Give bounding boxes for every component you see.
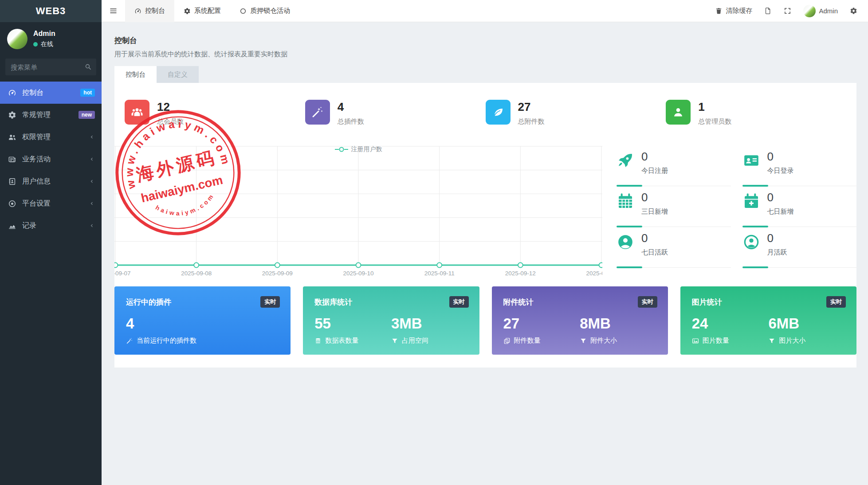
id-card-icon — [742, 152, 760, 169]
svg-text:2025-09-13: 2025-09-13 — [586, 270, 602, 277]
avatar[interactable] — [7, 29, 27, 49]
stat-value: 4 — [338, 101, 364, 113]
metric-label: 图片大小 — [779, 336, 805, 345]
metric-label: 附件大小 — [590, 336, 617, 345]
metric-value: 3MB — [391, 316, 468, 331]
stats-row: 12 总会员数 4 总插件数 27 — [114, 83, 856, 126]
realtime-badge: 实时 — [638, 296, 657, 308]
card-database-stats: 数据库统计 实时 55 数据表数量 3MB — [303, 286, 479, 355]
sidebar-item-label: 记录 — [22, 221, 36, 231]
cogs-icon — [8, 111, 16, 119]
tab-custom[interactable]: 自定义 — [157, 66, 199, 83]
magic-wand-icon — [305, 100, 330, 125]
card-title: 图片统计 — [692, 297, 845, 307]
stat-total-attachments: 27 总附件数 — [486, 100, 666, 126]
metric-label: 当前运行中的插件数 — [137, 336, 196, 345]
chevron-left-icon — [89, 223, 95, 229]
chevron-left-icon — [89, 178, 95, 184]
sidebar-item-business[interactable]: 业务活动 — [0, 148, 102, 170]
stat-total-admins: 1 总管理员数 — [666, 100, 846, 126]
database-icon — [314, 337, 322, 344]
card-running-plugins: 运行中的插件 实时 4 当前运行中的插件数 — [114, 286, 291, 355]
settings-button[interactable] — [850, 7, 857, 15]
sidebar-menu: 控制台 hot 常规管理 new 权限管理 业务活动 用户信息 — [0, 82, 102, 237]
stat-value: 12 — [157, 101, 184, 113]
card-metric: 24 图片数量 — [692, 316, 769, 345]
card-metric: 27 附件数量 — [503, 316, 580, 345]
registered-users-chart[interactable]: 注册用户数 2025-09-072025-09-082025-09-092025… — [114, 145, 602, 278]
card-title: 运行中的插件 — [126, 297, 279, 307]
fullscreen-button[interactable] — [784, 7, 791, 15]
card-metric: 8MB 附件大小 — [580, 316, 656, 345]
metric-value: 27 — [503, 316, 580, 331]
svg-text:2025-09-07: 2025-09-07 — [114, 270, 131, 277]
mini-stat-value: 0 — [767, 151, 794, 162]
search-icon — [84, 63, 92, 70]
mini-stat-label: 三日新增 — [641, 207, 668, 216]
svg-text:2025-09-08: 2025-09-08 — [181, 270, 212, 277]
mini-stat-label: 七日活跃 — [641, 248, 668, 257]
svg-text:2025-09-11: 2025-09-11 — [424, 270, 455, 277]
dashboard-icon — [134, 8, 141, 15]
chevron-left-icon — [89, 134, 95, 140]
metric-value: 6MB — [768, 316, 845, 331]
mini-stat-value: 0 — [641, 151, 668, 162]
mini-stat-value: 0 — [641, 232, 668, 244]
magic-wand-icon — [126, 337, 133, 344]
sidebar-item-general[interactable]: 常规管理 new — [0, 104, 102, 126]
sidebar-item-dashboard[interactable]: 控制台 hot — [0, 82, 102, 104]
user-menu[interactable]: Admin — [803, 5, 838, 17]
calendar-plus-icon — [742, 192, 760, 210]
topbar: 控制台 系统配置 质押锁仓活动 清除缓存 — [102, 0, 868, 22]
mini-stat-label: 月活跃 — [767, 248, 787, 257]
sidebar-item-records[interactable]: 记录 — [0, 215, 102, 237]
admin-user-icon — [666, 100, 691, 125]
users-icon — [8, 133, 16, 141]
topbar-right: 清除缓存 Admin — [715, 5, 868, 17]
page-title: 控制台 — [114, 35, 856, 46]
card-title: 附件统计 — [503, 297, 656, 307]
filter-icon — [768, 337, 775, 344]
filter-icon — [580, 337, 587, 344]
info-cards-row: 运行中的插件 实时 4 当前运行中的插件数 — [114, 286, 856, 355]
metric-value: 8MB — [580, 316, 656, 331]
dashboard-panel: 12 总会员数 4 总插件数 27 — [114, 83, 856, 368]
tab-dashboard[interactable]: 控制台 — [114, 66, 157, 83]
card-image-stats: 图片统计 实时 24 图片数量 6MB — [680, 286, 856, 355]
circle-dot-icon — [8, 199, 16, 208]
user-circle-outline-icon — [742, 233, 760, 251]
metric-value: 24 — [692, 316, 769, 331]
topbar-tab-staking-activity[interactable]: 质押锁仓活动 — [230, 0, 299, 22]
leaf-icon — [486, 100, 511, 125]
sidebar-item-platform[interactable]: 平台设置 — [0, 192, 102, 215]
trash-icon — [715, 7, 723, 15]
app-logo: WEB3 — [0, 0, 102, 22]
mini-stat-today-logins: 0 今日登录 — [742, 145, 857, 186]
sidebar-item-userinfo[interactable]: 用户信息 — [0, 170, 102, 192]
mini-stat-value: 0 — [767, 232, 787, 244]
document-icon — [764, 7, 772, 15]
card-metric: 4 当前运行中的插件数 — [126, 316, 203, 345]
svg-text:2025-09-12: 2025-09-12 — [505, 270, 536, 277]
user-circle-icon — [617, 233, 634, 251]
online-dot-icon — [33, 42, 38, 47]
stat-label: 总附件数 — [518, 117, 545, 126]
topbar-username: Admin — [819, 7, 838, 15]
mini-stat-today-registered: 0 今日注册 — [617, 145, 731, 186]
svg-text:2025-09-09: 2025-09-09 — [262, 270, 293, 277]
realtime-badge: 实时 — [449, 296, 469, 308]
page-subtitle: 用于展示当前系统中的统计数据、统计报表及重要实时数据 — [114, 50, 856, 59]
mini-stat-label: 今日注册 — [641, 167, 668, 175]
user-status-label: 在线 — [41, 40, 53, 48]
sidebar-item-permissions[interactable]: 权限管理 — [0, 126, 102, 148]
stat-value: 27 — [518, 101, 545, 113]
sidebar-toggle-button[interactable] — [102, 7, 125, 15]
topbar-tab-dashboard[interactable]: 控制台 — [125, 0, 174, 22]
topbar-tab-system-config[interactable]: 系统配置 — [174, 0, 230, 22]
content-area: 控制台 用于展示当前系统中的统计数据、统计报表及重要实时数据 控制台 自定义 1… — [102, 22, 868, 485]
document-button[interactable] — [764, 7, 772, 15]
search-input[interactable] — [5, 59, 96, 75]
mini-stat-value: 0 — [641, 192, 668, 203]
clear-cache-button[interactable]: 清除缓存 — [715, 7, 752, 15]
new-badge: new — [79, 111, 95, 119]
